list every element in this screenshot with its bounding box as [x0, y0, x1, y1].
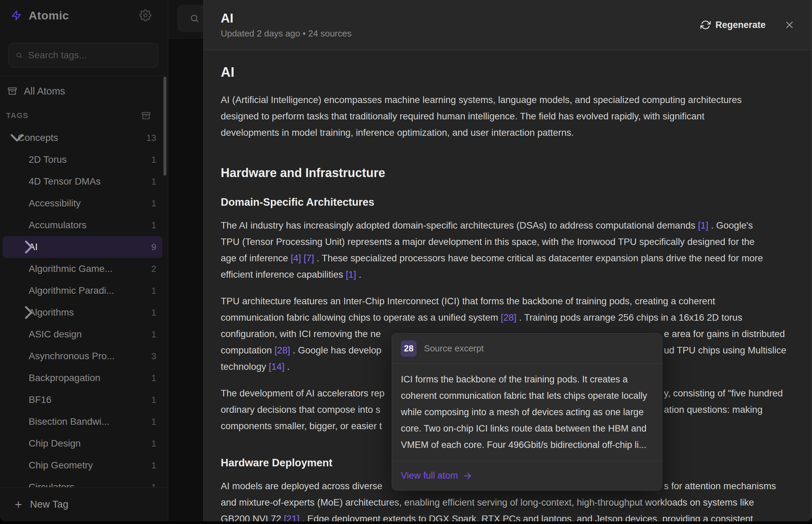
tag-count: 1: [151, 417, 156, 427]
tag-count: 1: [151, 286, 156, 296]
sidebar-tag-backpropagation[interactable]: Backpropagation1: [3, 367, 162, 389]
text-fragment: communication fabric allowing chips to o…: [221, 312, 742, 323]
tag-count: 1: [151, 198, 156, 209]
tag-list: Concepts132D Torus14D Tensor DMAs1Access…: [0, 127, 168, 487]
text-line: age of inference [4] [7] . These special…: [221, 250, 796, 266]
sidebar-tag-asynchronous-pro[interactable]: Asynchronous Pro...3: [3, 345, 162, 367]
sidebar-tag-concepts[interactable]: Concepts13: [3, 127, 162, 149]
tag-label: Backpropagation: [3, 373, 100, 383]
plus-icon: [14, 500, 23, 509]
tag-count: 1: [151, 438, 156, 449]
source-ref[interactable]: [4]: [291, 253, 301, 263]
text-fragment: components smaller, bigger, or easier t: [221, 421, 382, 431]
chevron-down-icon[interactable]: [6, 127, 28, 149]
article-paragraph: AI (Artificial Intelligence) encompasses…: [221, 92, 796, 141]
sidebar-tag-4d-tensor-dmas[interactable]: 4D Tensor DMAs1: [3, 171, 162, 192]
tag-label: Chip Geometry: [3, 460, 93, 471]
tag-label: Accessibility: [3, 198, 81, 209]
popup-title: Source excerpt: [424, 343, 484, 354]
atoms-search-box[interactable]: [177, 5, 203, 32]
text-fragment: efficient inference capabilities [1] .: [221, 269, 361, 280]
tag-count: 1: [151, 307, 156, 318]
tag-label: Chip Design: [3, 438, 81, 449]
source-ref[interactable]: [28]: [274, 345, 290, 355]
text-fragment: designed to perform tasks that tradition…: [221, 111, 705, 121]
tag-label: BF16: [3, 394, 52, 405]
sidebar-tag-algorithmic-paradi[interactable]: Algorithmic Paradi...1: [3, 280, 162, 302]
detail-meta: Updated 2 days ago • 24 sources: [221, 28, 351, 39]
tag-label: Circulators: [3, 482, 74, 487]
tag-label: Asynchronous Pro...: [3, 351, 115, 362]
text-fragment: and mixture-of-experts (MoE) architectur…: [221, 497, 754, 508]
sidebar-tag-chip-geometry[interactable]: Chip Geometry1: [3, 454, 162, 476]
text-fragment: e area for gains in distributed: [664, 326, 785, 342]
text-fragment: configuration, with ICI removing the ne: [221, 329, 381, 339]
tag-search-box[interactable]: [9, 43, 158, 68]
source-ref[interactable]: [28]: [501, 312, 517, 323]
chevron-right-icon[interactable]: [18, 302, 40, 323]
tags-section-header: TAGS: [6, 108, 151, 123]
sidebar-tag-2d-torus[interactable]: 2D Torus1: [3, 149, 162, 171]
tag-count: 3: [151, 351, 156, 362]
text-fragment: age of inference [4] [7] . These special…: [221, 253, 763, 263]
popup-header: 28 Source excerpt: [392, 334, 662, 364]
chevron-right-icon[interactable]: [18, 236, 40, 258]
tag-label: Accumulators: [3, 220, 87, 231]
sidebar-tag-algorithms[interactable]: Algorithms1: [3, 302, 162, 323]
search-icon: [190, 14, 199, 23]
sidebar-item-all-atoms[interactable]: All Atoms: [8, 81, 161, 101]
sidebar-tag-algorithmic-game[interactable]: Algorithmic Game...2: [3, 258, 162, 280]
article-heading: AI: [221, 64, 796, 80]
source-ref[interactable]: [1]: [346, 269, 356, 280]
sidebar-tag-ai[interactable]: AI9: [3, 236, 162, 258]
sidebar-tag-accessibility[interactable]: Accessibility1: [3, 192, 162, 214]
all-atoms-label: All Atoms: [24, 86, 65, 97]
archive-box-icon[interactable]: [141, 111, 151, 120]
screen: Atomic All Atoms TAGS Concepts132D Torus…: [0, 0, 812, 524]
sidebar-divider: [0, 76, 168, 76]
sidebar: Atomic All Atoms TAGS Concepts132D Torus…: [0, 0, 168, 521]
sidebar-tag-chip-design[interactable]: Chip Design1: [3, 433, 162, 454]
arrow-right-icon: [463, 471, 473, 481]
lightning-bolt-logo-icon: [11, 10, 22, 21]
search-input[interactable]: [28, 50, 151, 61]
source-number-badge: 28: [401, 340, 417, 357]
tag-count: 13: [146, 133, 156, 143]
tag-count: 9: [151, 242, 156, 252]
sidebar-tag-bisection-bandwi[interactable]: Bisection Bandwi...1: [3, 411, 162, 433]
new-tag-button[interactable]: New Tag: [0, 487, 168, 521]
text-fragment: AI (Artificial Intelligence) encompasses…: [221, 94, 742, 105]
source-ref[interactable]: [7]: [304, 253, 314, 263]
sidebar-tag-accumulators[interactable]: Accumulators1: [3, 214, 162, 236]
close-button[interactable]: [784, 19, 795, 30]
text-fragment: TPU (Tensor Processing Unit) represents …: [221, 236, 755, 247]
sidebar-tag-bf16[interactable]: BF161: [3, 389, 162, 411]
source-ref[interactable]: [1]: [698, 220, 709, 231]
source-ref[interactable]: [21]: [284, 513, 300, 521]
tag-label: 4D Tensor DMAs: [3, 176, 101, 187]
gear-icon[interactable]: [139, 9, 151, 21]
sidebar-scrollbar-thumb[interactable]: [163, 77, 166, 176]
tag-count: 1: [151, 373, 156, 383]
view-full-atom-link[interactable]: View full atom: [392, 461, 662, 490]
text-fragment: AI models are deployed across diverse: [221, 481, 382, 491]
refresh-icon: [700, 20, 711, 30]
text-fragment: ud TPU chips using Multislice: [664, 342, 786, 359]
text-fragment: TPU architecture features an Inter-Chip …: [221, 296, 715, 306]
search-icon: [16, 50, 23, 60]
text-fragment: The AI industry has increasingly adopted…: [221, 220, 753, 231]
text-line: and mixture-of-experts (MoE) architectur…: [221, 494, 796, 511]
sidebar-tag-circulators[interactable]: Circulators1: [3, 476, 162, 487]
text-fragment: developments in model training, inferenc…: [221, 127, 574, 138]
regenerate-button[interactable]: Regenerate: [700, 20, 766, 30]
article-heading: Hardware and Infrastructure: [221, 165, 796, 180]
source-excerpt-popup: 28 Source excerpt ICI forms the backbone…: [392, 333, 662, 491]
source-ref[interactable]: [14]: [269, 361, 285, 372]
tag-count: 1: [151, 460, 156, 471]
detail-actions: Regenerate: [700, 19, 795, 30]
text-line: developments in model training, inferenc…: [221, 125, 796, 141]
text-fragment: s for attention mechanisms: [664, 478, 776, 494]
sidebar-tag-asic-design[interactable]: ASIC design1: [3, 323, 162, 345]
sidebar-header: Atomic: [0, 0, 168, 31]
tags-header-label: TAGS: [6, 111, 28, 120]
